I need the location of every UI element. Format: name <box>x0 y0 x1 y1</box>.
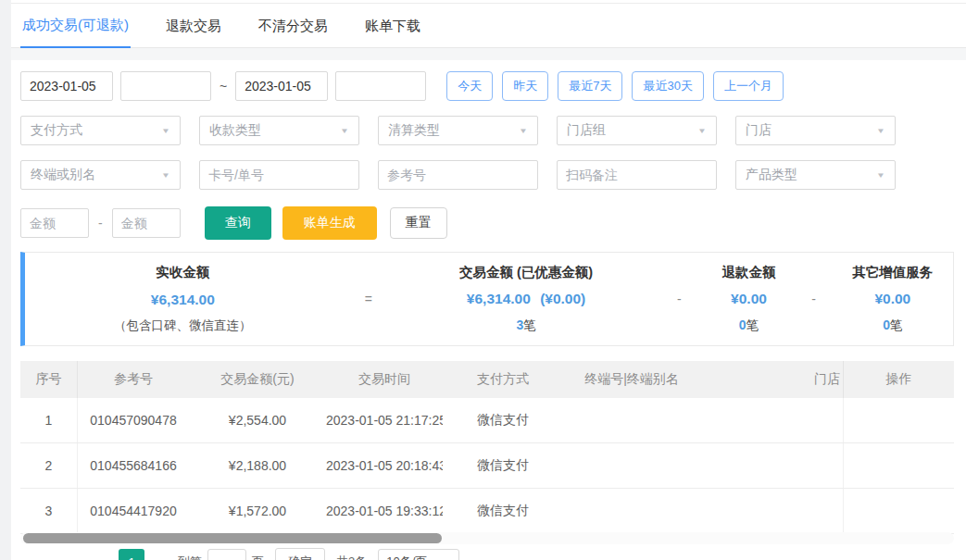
cell-time: 2023-01-05 21:17:25 <box>326 413 443 428</box>
last30days-button[interactable]: 最近30天 <box>632 71 703 101</box>
search-button[interactable]: 查询 <box>205 206 271 240</box>
horizontal-scrollbar-thumb[interactable] <box>23 533 442 543</box>
refund-amount: ¥0.00 <box>731 291 767 307</box>
next-page-icon[interactable]: › <box>148 549 172 560</box>
terminal-or-alias-label: 终端或别名 <box>31 167 95 183</box>
cell-time: 2023-01-05 19:33:12 <box>326 504 443 518</box>
refund-count-unit: 笔 <box>746 318 759 332</box>
goto-suffix-label: 页 <box>252 554 264 560</box>
summary-other-services: 其它增值服务 ¥0.00 0笔 <box>833 264 953 334</box>
last-month-button[interactable]: 上一个月 <box>713 71 784 101</box>
pagination: ‹ 1 › 到第 页 确定 共3条 10条/页 ▼ <box>20 548 459 560</box>
goto-prefix-label: 到第 <box>178 554 202 560</box>
trade-amount: ¥6,314.00 (¥0.00) <box>467 291 585 307</box>
refund-count-number: 0 <box>739 317 746 332</box>
trade-count-unit: 笔 <box>523 318 536 332</box>
quick-date-buttons: 今天 昨天 最近7天 最近30天 上一个月 <box>446 71 784 101</box>
cell-actions <box>843 443 954 488</box>
store-group-select[interactable]: 门店组 ▼ <box>557 116 717 145</box>
card-or-order-no-input[interactable] <box>199 160 359 190</box>
chevron-down-icon: ▼ <box>340 127 349 135</box>
header-reference-no: 参考号 <box>78 371 189 388</box>
page-size-label: 10条/页 <box>386 554 427 560</box>
reference-no-input[interactable] <box>378 160 538 190</box>
cell-time: 2023-01-05 20:18:43 <box>326 458 443 473</box>
cell-pay-method: 微信支付 <box>443 412 563 429</box>
section-divider-band <box>11 48 966 60</box>
cell-amount: ¥1,572.00 <box>189 504 326 518</box>
received-amount: ¥6,314.00 <box>151 292 215 308</box>
yesterday-button[interactable]: 昨天 <box>502 71 548 101</box>
table-row: 3 010454417920 ¥1,572.00 2023-01-05 19:3… <box>20 489 954 534</box>
minus-sign: - <box>656 264 702 334</box>
table-row: 1 010457090478 ¥2,554.00 2023-01-05 21:1… <box>20 398 954 443</box>
refund-count: 0笔 <box>739 317 759 334</box>
date-filter-row: ~ 今天 昨天 最近7天 最近30天 上一个月 <box>11 71 966 101</box>
goto-confirm-button[interactable]: 确定 <box>275 548 325 560</box>
receipt-type-select[interactable]: 收款类型 ▼ <box>199 116 359 145</box>
trade-amount-discount: (¥0.00) <box>540 291 585 306</box>
other-amount: ¥0.00 <box>874 291 910 307</box>
other-title: 其它增值服务 <box>852 264 933 281</box>
amount-separator: - <box>98 216 103 230</box>
prev-page-icon[interactable]: ‹ <box>91 549 115 560</box>
table-header: 序号 参考号 交易金额(元) 交易时间 支付方式 终端号|终端别名 门店 操作 <box>20 361 954 398</box>
table-row: 2 010455684166 ¥2,188.00 2023-01-05 20:1… <box>20 443 954 489</box>
generate-bill-button[interactable]: 账单生成 <box>282 206 377 240</box>
product-type-select[interactable]: 产品类型 ▼ <box>735 160 896 190</box>
end-date-input[interactable] <box>235 71 328 101</box>
store-group-label: 门店组 <box>567 122 606 139</box>
left-gutter <box>0 0 11 560</box>
store-select[interactable]: 门店 ▼ <box>735 116 896 145</box>
received-note: （包含口碑、微信直连） <box>114 317 252 334</box>
filter-panel: ~ 今天 昨天 最近7天 最近30天 上一个月 支付方式 ▼ 收款类型 ▼ 清算… <box>11 60 966 240</box>
date-range-separator: ~ <box>220 79 227 93</box>
reset-button[interactable]: 重置 <box>390 207 447 239</box>
cell-pay-method: 微信支付 <box>443 503 563 519</box>
cell-index: 3 <box>20 489 78 533</box>
today-button[interactable]: 今天 <box>446 71 493 101</box>
tab-bill-download[interactable]: 账单下载 <box>363 18 422 47</box>
transactions-table: 序号 参考号 交易金额(元) 交易时间 支付方式 终端号|终端别名 门店 操作 … <box>20 361 954 534</box>
trade-count: 3笔 <box>516 317 535 334</box>
page-1-button[interactable]: 1 <box>119 549 144 560</box>
tab-bar: 成功交易(可退款) 退款交易 不清分交易 账单下载 <box>11 3 966 48</box>
chevron-down-icon: ▼ <box>876 127 885 135</box>
amount-min-input[interactable] <box>20 208 89 238</box>
settle-type-select[interactable]: 清算类型 ▼ <box>378 116 538 145</box>
page-size-select[interactable]: 10条/页 ▼ <box>378 549 459 560</box>
total-count-label: 共3条 <box>336 554 367 560</box>
amount-max-input[interactable] <box>112 208 181 238</box>
scan-remark-input[interactable] <box>557 160 717 190</box>
cell-actions <box>843 489 954 533</box>
last7days-button[interactable]: 最近7天 <box>558 71 622 101</box>
minus-sign: - <box>796 264 833 334</box>
goto-page-input[interactable] <box>207 549 246 560</box>
chevron-down-icon: ▼ <box>876 171 885 180</box>
select-filter-row: 支付方式 ▼ 收款类型 ▼ 清算类型 ▼ 门店组 ▼ 门店 ▼ <box>11 116 966 145</box>
terminal-or-alias-select[interactable]: 终端或别名 ▼ <box>20 160 181 190</box>
summary-refund: 退款金额 ¥0.00 0笔 <box>702 264 795 334</box>
header-index: 序号 <box>20 361 78 398</box>
chevron-down-icon: ▼ <box>697 127 707 135</box>
pay-method-select[interactable]: 支付方式 ▼ <box>20 116 181 145</box>
tab-success-transactions[interactable]: 成功交易(可退款) <box>20 17 131 48</box>
pay-method-label: 支付方式 <box>31 122 82 139</box>
tab-unsettled-transactions[interactable]: 不清分交易 <box>257 18 330 47</box>
cell-reference-no: 010454417920 <box>78 504 189 518</box>
header-terminal: 终端号|终端别名 <box>563 371 700 388</box>
tab-refund-transactions[interactable]: 退款交易 <box>164 18 223 47</box>
cell-index: 1 <box>20 398 78 442</box>
horizontal-scrollbar <box>20 532 954 544</box>
refund-title: 退款金额 <box>722 264 776 281</box>
header-actions: 操作 <box>843 361 954 398</box>
chevron-down-icon: ▼ <box>161 171 170 180</box>
cell-amount: ¥2,188.00 <box>189 458 326 473</box>
text-filter-row: 终端或别名 ▼ 产品类型 ▼ <box>11 160 966 190</box>
summary-received: 实收金额 ¥6,314.00 （包含口碑、微信直连） <box>25 264 341 334</box>
start-time-input[interactable] <box>120 71 211 101</box>
trade-amount-main: ¥6,314.00 <box>467 291 531 306</box>
start-date-input[interactable] <box>20 71 113 101</box>
summary-trade: 交易金额 (已优惠金额) ¥6,314.00 (¥0.00) 3笔 <box>396 264 657 334</box>
end-time-input[interactable] <box>335 71 426 101</box>
